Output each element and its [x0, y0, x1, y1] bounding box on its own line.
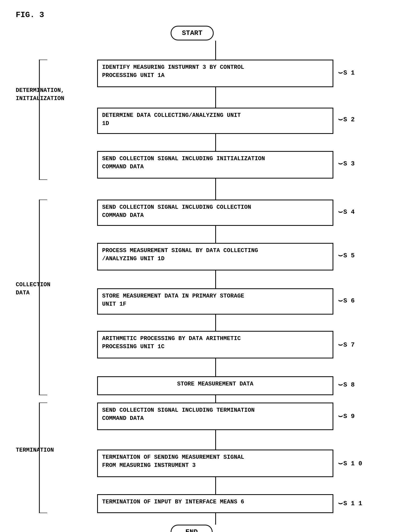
- s11-box: TERMINATION OF INPUT BY INTERFACE MEANS …: [97, 494, 333, 513]
- s4-label: ⌣ S 4: [338, 208, 355, 216]
- s1-text: IDENTIFY MEASURING INSTUMRNT 3 BY CONTRO…: [102, 64, 244, 79]
- collection-bracket: [31, 200, 94, 395]
- s5-box: PROCESS MEASUREMENT SIGNAL BY DATA COLLE…: [97, 243, 333, 270]
- s5-label-text: S 5: [343, 252, 355, 259]
- s10-label-text: S 1 0: [343, 460, 362, 467]
- diagram: START IDENTIFY MEASURING INSTUMRNT 3 BY …: [16, 11, 409, 523]
- termination-label: TERMINATION: [16, 446, 52, 455]
- s2-box: DETERMINE DATA COLLECTING/ANALYZING UNIT…: [97, 108, 333, 134]
- s9-label-text: S 9: [343, 413, 355, 420]
- s1-label: ⌣ S 1: [338, 69, 355, 77]
- line-s1-s2: [215, 87, 216, 108]
- s6-label: ⌣ S 6: [338, 297, 355, 305]
- end-text: END: [186, 528, 198, 532]
- line-s5-s6: [215, 270, 216, 288]
- s4-label-text: S 4: [343, 208, 355, 216]
- line-s8-s9: [215, 395, 216, 403]
- s9-text: SEND COLLECTION SIGNAL INCLUDING TERMINA…: [102, 407, 255, 422]
- s11-label-text: S 1 1: [343, 500, 362, 507]
- start-oval: START: [171, 26, 214, 40]
- line-s6-s7: [215, 315, 216, 331]
- s2-label: ⌣ S 2: [338, 116, 355, 124]
- collection-label: COLLECTION DATA: [16, 281, 52, 297]
- s7-box: ARITHMETIC PROCESSING BY DATA ARITHMETIC…: [97, 331, 333, 358]
- s5-text: PROCESS MEASUREMENT SIGNAL BY DATA COLLE…: [102, 247, 258, 262]
- termination-bracket: [31, 403, 94, 513]
- s1-label-text: S 1: [343, 69, 355, 76]
- s4-box: SEND COLLECTION SIGNAL INCLUDING COLLECT…: [97, 200, 333, 226]
- s10-label: ⌣ S 1 0: [338, 460, 362, 468]
- line-s10-s11: [215, 477, 216, 494]
- s11-text: TERMINATION OF INPUT BY INTERFACE MEANS …: [102, 499, 244, 505]
- s8-label-text: S 8: [343, 381, 355, 388]
- line-s11-end: [215, 513, 216, 525]
- s3-text: SEND COLLECTION SIGNAL INCLUDING INITIAL…: [102, 155, 265, 170]
- s8-label: ⌣ S 8: [338, 381, 355, 389]
- s2-label-text: S 2: [343, 116, 355, 123]
- s8-text: STORE MEASUREMENT DATA: [177, 381, 253, 387]
- s9-label: ⌣ S 9: [338, 412, 355, 420]
- s3-label: ⌣ S 3: [338, 160, 355, 168]
- s3-label-text: S 3: [343, 160, 355, 167]
- s9-box: SEND COLLECTION SIGNAL INCLUDING TERMINA…: [97, 403, 333, 430]
- line-s7-s8: [215, 358, 216, 376]
- line-s2-s3: [215, 134, 216, 151]
- s2-text: DETERMINE DATA COLLECTING/ANALYZING UNIT…: [102, 112, 241, 127]
- determination-label: DETERMINATION,INITIALIZATION: [16, 87, 52, 103]
- line-s4-s5: [215, 226, 216, 243]
- s6-label-text: S 6: [343, 297, 355, 304]
- s5-label: ⌣ S 5: [338, 252, 355, 260]
- s4-text: SEND COLLECTION SIGNAL INCLUDING COLLECT…: [102, 204, 251, 219]
- s7-label-text: S 7: [343, 341, 355, 348]
- s10-box: TERMINATION OF SENDING MEASUREMENT SIGNA…: [97, 450, 333, 477]
- s7-label: ⌣ S 7: [338, 341, 355, 349]
- determination-bracket: [31, 60, 94, 180]
- end-oval: END: [171, 525, 213, 532]
- s7-text: ARITHMETIC PROCESSING BY DATA ARITHMETIC…: [102, 335, 241, 350]
- s6-box: STORE MEASUREMENT DATA IN PRIMARY STORAG…: [97, 288, 333, 315]
- s3-box: SEND COLLECTION SIGNAL INCLUDING INITIAL…: [97, 151, 333, 179]
- line-start-s1: [215, 41, 216, 60]
- start-text: START: [182, 29, 202, 37]
- s8-box: STORE MEASUREMENT DATA: [97, 376, 333, 395]
- line-s3-s4: [215, 179, 216, 200]
- page: FIG. 3 START IDENTIFY MEASURING INSTUMRN…: [0, 0, 410, 532]
- s11-label: ⌣ S 1 1: [338, 499, 362, 508]
- line-s9-s10: [215, 430, 216, 450]
- s10-text: TERMINATION OF SENDING MEASUREMENT SIGNA…: [102, 454, 244, 469]
- s1-box: IDENTIFY MEASURING INSTUMRNT 3 BY CONTRO…: [97, 60, 333, 87]
- s6-text: STORE MEASUREMENT DATA IN PRIMARY STORAG…: [102, 293, 244, 307]
